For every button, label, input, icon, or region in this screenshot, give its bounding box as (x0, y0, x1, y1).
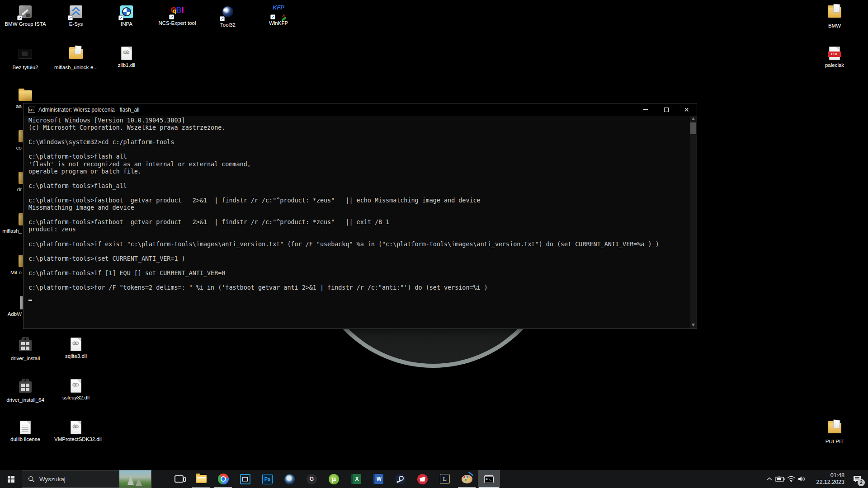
taskbar-task-view-button[interactable] (168, 470, 190, 488)
desktop-icon-esys[interactable]: ↗ E-Sys (54, 5, 98, 27)
taskbar-file-explorer-button[interactable] (190, 470, 212, 488)
icon-label: Bez tytułu2 (4, 65, 47, 70)
photoshop-icon: Ps (262, 474, 273, 484)
notification-badge: 2 (858, 479, 865, 486)
desktop-icon-zlib1[interactable]: ⚙⚙ zlib1.dll (105, 46, 148, 68)
shortcut-arrow-icon: ↗ (68, 15, 73, 20)
taskbar-movies-tv-button[interactable] (234, 470, 256, 488)
desktop-icon-bez-tytulu2[interactable]: Bez tytułu2 (4, 46, 47, 70)
search-highlight-image[interactable] (119, 470, 151, 488)
scroll-up-icon[interactable]: ▲ (690, 116, 697, 122)
league-of-legends-icon: L (440, 474, 450, 484)
taskbar-chrome-button[interactable] (212, 470, 234, 488)
tray-volume-button[interactable] (797, 470, 807, 488)
icon-label: NCS-Expert tool (156, 20, 199, 26)
chrome-icon (218, 474, 229, 484)
desktop-icon-bmw-group-ista[interactable]: ↗ BMW Group ISTA (4, 5, 47, 27)
dll-file-icon: ⚙⚙ (71, 338, 81, 351)
tray-battery-button[interactable] (775, 470, 786, 488)
windows-logo-icon (8, 476, 14, 483)
excel-icon: X (351, 474, 361, 484)
minimize-button[interactable] (636, 103, 656, 116)
desktop-icon-driver-install[interactable]: driver_install (4, 337, 47, 361)
taskbar-command-prompt-button[interactable]: C:\_ (478, 470, 500, 488)
taskbar-logitech-g-button[interactable]: G (301, 470, 323, 488)
desktop-icon-driver-install-64[interactable]: driver_install_64 (4, 379, 47, 403)
installer-box-icon (19, 381, 32, 393)
terminal-title-bar[interactable]: C:\ Administrator: Wiersz polecenia - fl… (24, 103, 697, 116)
icon-label: BMW Group ISTA (4, 21, 47, 27)
steam-icon (395, 474, 406, 484)
desktop-icon-inpa[interactable]: ↗ INPA (105, 5, 148, 27)
gear-icon: ⚙⚙ (72, 340, 77, 347)
installer-box-icon (19, 340, 32, 351)
maximize-button[interactable] (656, 103, 676, 116)
icon-label: paleciak (813, 62, 856, 68)
desktop-icon-pulpit[interactable]: PULPIT (813, 420, 856, 445)
search-icon (28, 476, 35, 483)
icon-label: miflash_unlock-e... (54, 65, 98, 70)
taskbar-utorrent-button[interactable]: µ (323, 470, 345, 488)
desktop-icon-bmw-folder[interactable]: BMW (813, 5, 856, 29)
utorrent-icon: µ (329, 474, 339, 484)
shortcut-arrow-icon: ↗ (270, 14, 275, 19)
search-box[interactable]: Wyszukaj (22, 470, 151, 488)
action-center-button[interactable]: 2 (848, 470, 866, 488)
movies-tv-icon (240, 474, 250, 484)
terminal-scrollbar[interactable]: ▲ ▼ (690, 116, 697, 328)
taskbar-word-button[interactable]: W (367, 470, 389, 488)
command-prompt-icon: C:\_ (484, 475, 494, 483)
desktop-icon-vmprotect[interactable]: ⚙⚙ VMProtectSDK32.dll (54, 420, 98, 442)
desktop-icon-paleciak[interactable]: PDF paleciak (813, 46, 856, 68)
system-tray: 01:48 22.12.2023 2 (764, 470, 868, 488)
word-icon: W (373, 474, 383, 484)
taskbar-riot-games-button[interactable] (411, 470, 434, 488)
taskbar-steam-button[interactable] (389, 470, 411, 488)
riot-games-icon (417, 474, 428, 484)
taskbar-excel-button[interactable]: X (345, 470, 367, 488)
desktop-icon-duilib-license[interactable]: duilib license (4, 420, 47, 442)
wifi-icon (787, 476, 795, 482)
taskbar: Wyszukaj Ps G µ X W L C:\_ (0, 470, 868, 488)
desktop-icon-sqlite3[interactable]: ⚙⚙ sqlite3.dll (54, 337, 98, 359)
gear-icon: ⚙⚙ (123, 49, 128, 56)
clock-date: 22.12.2023 (812, 479, 844, 486)
image-thumbnail-icon (19, 49, 32, 59)
terminal-output: Microsoft Windows [Version 10.0.19045.38… (28, 117, 659, 291)
desktop-icon-ncs-expert[interactable]: GqBI ↗ NCS-Expert tool (156, 5, 199, 26)
logitech-g-icon: G (307, 474, 317, 484)
icon-label: WinKFP (257, 20, 300, 26)
folder-icon (69, 49, 83, 59)
pdf-file-icon: PDF (829, 47, 840, 60)
chevron-up-icon (767, 477, 772, 481)
tray-expand-button[interactable] (764, 470, 775, 488)
search-placeholder: Wyszukaj (39, 476, 66, 483)
taskbar-photoshop-button[interactable]: Ps (256, 470, 278, 488)
dll-file-icon: ⚙⚙ (121, 47, 132, 60)
desktop-icon-miflash-unlock[interactable]: miflash_unlock-e... (54, 46, 98, 70)
paint-palette-icon (462, 475, 472, 483)
taskbar-league-of-legends-button[interactable]: L (434, 470, 456, 488)
command-prompt-window[interactable]: C:\ Administrator: Wiersz polecenia - fl… (23, 103, 697, 329)
tool32-eye-icon (222, 6, 233, 17)
desktop-icon-tool32[interactable]: ↗ Tool32 (206, 5, 250, 28)
tray-wifi-button[interactable] (786, 470, 797, 488)
icon-label: BMW (813, 23, 856, 29)
shortcut-arrow-icon: ↗ (169, 14, 174, 19)
start-button[interactable] (0, 470, 22, 488)
desktop-icon-aa[interactable]: aa (4, 88, 47, 105)
desktop-icon-winkfp[interactable]: KFP 4 ↗ WinKFP (257, 5, 300, 26)
scrollbar-thumb[interactable] (690, 122, 696, 134)
battery-charging-icon (775, 476, 785, 482)
taskbar-clock[interactable]: 01:48 22.12.2023 (812, 472, 844, 486)
taskbar-blue-orb-app-button[interactable] (278, 470, 301, 488)
close-button[interactable]: ✕ (676, 103, 697, 116)
shortcut-arrow-icon: ↗ (17, 15, 22, 20)
taskbar-paint-button[interactable] (456, 470, 478, 488)
desktop-icon-ssleay32[interactable]: ⚙⚙ ssleay32.dll (54, 379, 98, 401)
shortcut-arrow-icon: ↗ (220, 16, 225, 21)
terminal-cursor (28, 300, 32, 301)
scroll-down-icon[interactable]: ▼ (690, 322, 697, 328)
clock-time: 01:48 (812, 472, 844, 479)
blue-orb-app-icon (284, 474, 295, 484)
